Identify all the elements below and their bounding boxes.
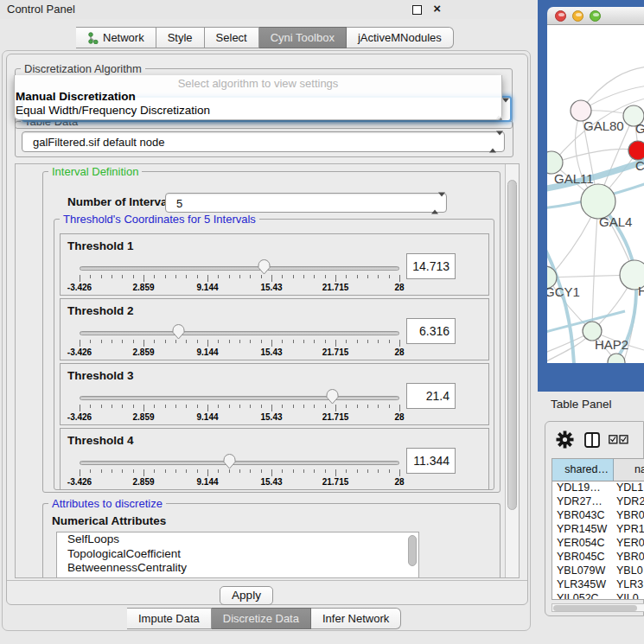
panel-title: Control Panel	[7, 3, 75, 16]
slider-ticks	[80, 275, 400, 283]
apply-button[interactable]: Apply	[220, 586, 273, 605]
cell-name: YIL0	[614, 592, 644, 600]
network-node-label: GA	[635, 121, 644, 136]
numerical-attributes-list[interactable]: SelfLoopsTopologicalCoefficientBetweenne…	[56, 532, 419, 578]
threshold-value-field[interactable]: 11.344	[406, 448, 456, 474]
number-of-intervals-value: 5	[176, 196, 182, 209]
algorithm-group-title: Discretization Algorithm	[21, 62, 145, 75]
table-row[interactable]: YDL19… YDL1	[552, 481, 644, 495]
tab-label: Network	[103, 31, 144, 44]
bottom-tab-label: Infer Network	[322, 612, 389, 625]
cell-shared-name: YER054C	[552, 537, 614, 551]
thresholds-group: Threshold's Coordinates for 5 Intervals …	[54, 219, 494, 490]
tab-label: Cyni Toolbox	[271, 31, 335, 44]
cell-name: YBR0	[614, 509, 644, 523]
table-row[interactable]: YBL079W YBL0	[552, 564, 644, 578]
split-columns-icon[interactable]	[584, 432, 600, 448]
tab-item[interactable]: jActiveMNodules	[347, 27, 454, 48]
threshold-row: Threshold 1 -3.4262.8599.14415.4321.7152…	[60, 233, 489, 296]
table-row[interactable]: YDR27… YDR2	[552, 495, 644, 509]
column-header-shared-name[interactable]: shared…	[552, 459, 614, 481]
network-node[interactable]	[628, 141, 644, 160]
bottom-tab-label: Impute Data	[138, 612, 200, 625]
table-header-row: shared… na	[552, 459, 644, 481]
tab-item[interactable]: Cyni Toolbox	[259, 27, 347, 48]
attribute-list-item[interactable]: TopologicalCoefficient	[57, 547, 418, 562]
cyni-bottom-tabs: Impute Data Discretize Data Infer Networ…	[127, 608, 401, 629]
table-row[interactable]: YLR345W YLR3	[552, 578, 644, 592]
minimize-traffic-light[interactable]	[572, 10, 583, 22]
threshold-value-field[interactable]: 6.316	[406, 318, 456, 344]
dropdown-option-manual[interactable]: Manual Discretization	[16, 90, 136, 103]
threshold-value-field[interactable]: 14.713	[406, 253, 456, 279]
cell-name: YDL1	[614, 481, 644, 495]
slider-ticks	[80, 469, 400, 477]
close-traffic-light[interactable]	[555, 10, 566, 22]
number-of-intervals-label: Number of Intervals	[67, 195, 177, 208]
table-data-combobox[interactable]: galFiltered.sif default node	[22, 131, 505, 152]
interval-definition-title: Interval Definition	[48, 165, 142, 178]
checkboxes-icon[interactable]	[609, 435, 628, 444]
network-node-label: GAL4	[599, 214, 632, 229]
table-horizontal-scrollbar[interactable]	[552, 603, 644, 612]
network-window-titlebar[interactable]	[547, 7, 644, 25]
network-node-label: HAP2	[595, 337, 628, 352]
attributes-list-scrollbar[interactable]	[408, 535, 417, 566]
control-panel-tabs: Network Style Select Cyni Toolbox jActiv…	[76, 27, 454, 48]
tab-item[interactable]: Style	[156, 27, 205, 48]
cell-name: YBL0	[614, 564, 644, 578]
table-row[interactable]: YBR045C YBR0	[552, 551, 644, 564]
combo-stepper-icon	[489, 136, 496, 149]
attribute-list-item[interactable]: BetweennessCentrality	[57, 561, 418, 576]
slider-thumb[interactable]	[325, 387, 340, 405]
gear-icon[interactable]	[556, 430, 574, 449]
slider-track[interactable]	[80, 461, 399, 465]
cell-name: YDR2	[614, 495, 644, 509]
threshold-value-field[interactable]: 21.4	[406, 383, 456, 409]
cell-name: YER0	[614, 537, 644, 551]
attributes-group: Attributes to discretize Numerical Attri…	[42, 503, 501, 578]
slider-thumb[interactable]	[171, 322, 186, 340]
network-canvas[interactable]: GAL80GACGAL11GAL4GCY1HHAP2	[547, 25, 644, 363]
slider-track[interactable]	[80, 266, 399, 271]
bottom-tab-item[interactable]: Discretize Data	[212, 608, 311, 629]
table-row[interactable]: YIL052C YIL0	[552, 592, 644, 600]
tab-item[interactable]: Network	[76, 27, 156, 48]
slider-thumb[interactable]	[257, 258, 271, 275]
tab-item[interactable]: Select	[205, 27, 259, 48]
slider-track[interactable]	[80, 331, 399, 335]
threshold-rows: Threshold 1 -3.4262.8599.14415.4321.7152…	[54, 233, 489, 493]
slider-track[interactable]	[80, 396, 399, 400]
tab-label: Select	[216, 31, 247, 44]
network-node[interactable]	[581, 184, 615, 219]
settings-vertical-scrollbar[interactable]	[505, 164, 519, 578]
bottom-tab-item[interactable]: Infer Network	[311, 608, 401, 629]
attribute-list-item[interactable]: SelfLoops	[57, 532, 418, 547]
bottom-tab-item[interactable]: Impute Data	[127, 608, 212, 629]
table-row[interactable]: YER054C YER0	[552, 537, 644, 551]
zoom-traffic-light[interactable]	[590, 10, 601, 22]
table-rows: YDL19… YDL1 YDR27… YDR2 YBR043C YBR0 YPR…	[552, 481, 644, 600]
settings-scroll-view: Interval Definition Number of Intervals …	[15, 163, 520, 578]
network-node-label: H	[638, 284, 644, 298]
column-header-name[interactable]: na	[614, 459, 644, 481]
number-of-intervals-combobox[interactable]: 5	[165, 193, 447, 213]
dropdown-option-equal-width[interactable]: Equal Width/Frequency Discretization	[16, 104, 210, 117]
table-data-value: galFiltered.sif default node	[33, 136, 164, 149]
network-nodes: GAL80GACGAL11GAL4GCY1HHAP2	[547, 100, 644, 363]
table-row[interactable]: YPR145W YPR1	[552, 523, 644, 537]
network-icon	[87, 32, 99, 44]
close-icon[interactable]: ×	[433, 1, 441, 16]
algorithm-dropdown-popup: Select algorithm to view settings Manual…	[14, 75, 502, 120]
cell-shared-name: YIL052C	[552, 592, 614, 600]
slider-thumb[interactable]	[222, 452, 237, 469]
float-window-icon[interactable]	[412, 5, 422, 15]
scrollbar-thumb[interactable]	[553, 605, 637, 611]
threshold-label: Threshold 4	[67, 434, 134, 447]
cell-shared-name: YLR345W	[552, 578, 614, 592]
threshold-row: Threshold 2 -3.4262.8599.14415.4321.7152…	[60, 298, 489, 360]
scrollbar-thumb[interactable]	[507, 180, 517, 510]
thresholds-group-title: Threshold's Coordinates for 5 Intervals	[60, 213, 259, 226]
table-row[interactable]: YBR043C YBR0	[552, 509, 644, 523]
slider-ticks	[80, 405, 400, 412]
